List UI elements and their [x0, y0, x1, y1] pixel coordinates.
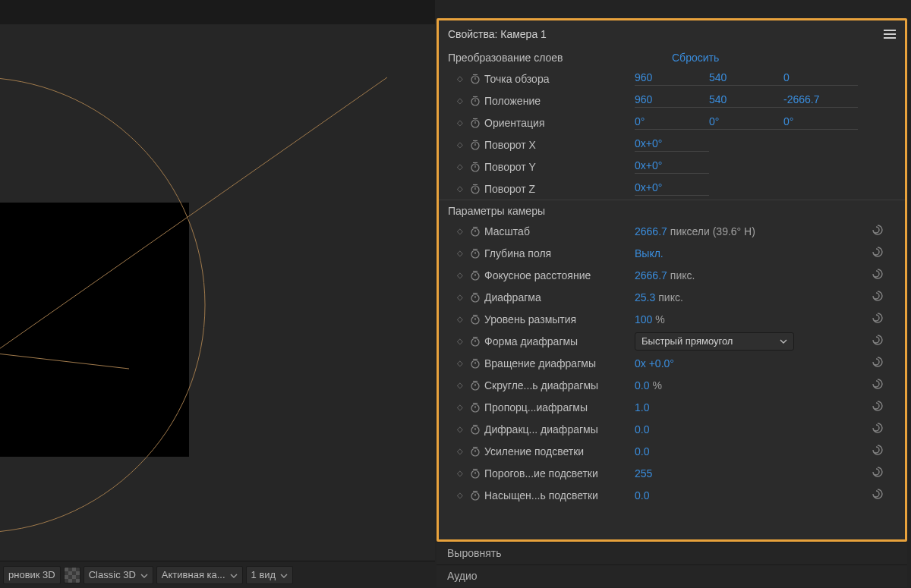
value-field[interactable]: 0° — [709, 115, 783, 130]
stopwatch-icon[interactable] — [466, 314, 484, 325]
transparency-grid-toggle[interactable] — [64, 567, 80, 583]
value-field[interactable]: 540 — [709, 93, 783, 108]
expression-swirl-icon[interactable] — [872, 356, 884, 370]
value-field[interactable]: 100 — [635, 313, 652, 325]
keyframe-diamond-icon[interactable]: ◇ — [454, 118, 466, 127]
value-field[interactable]: 0.0 — [635, 423, 649, 435]
keyframe-diamond-icon[interactable]: ◇ — [454, 337, 466, 345]
value-field[interactable]: 960 — [635, 71, 709, 86]
expression-swirl-icon[interactable] — [872, 334, 884, 348]
property-label: Глубина поля — [484, 247, 635, 259]
iris-shape-dropdown[interactable]: Быстрый прямоугол — [635, 332, 794, 351]
value-field[interactable]: 0x+0° — [635, 159, 709, 174]
properties-panel-zone: Свойства: Камера 1 Преобразование слоев … — [435, 0, 911, 588]
stopwatch-icon[interactable] — [466, 118, 484, 128]
stopwatch-icon[interactable] — [466, 358, 484, 369]
stopwatch-icon[interactable] — [466, 424, 484, 435]
keyframe-diamond-icon[interactable]: ◇ — [454, 403, 466, 411]
keyframe-diamond-icon[interactable]: ◇ — [454, 469, 466, 477]
keyframe-diamond-icon[interactable]: ◇ — [454, 249, 466, 257]
value-field[interactable]: 0.0 — [635, 379, 649, 391]
renderer-dropdown[interactable]: Classic 3D — [84, 566, 153, 584]
keyframe-diamond-icon[interactable]: ◇ — [454, 293, 466, 301]
dropdown-value: Быстрый прямоугол — [641, 335, 733, 347]
value-field[interactable]: 1.0 — [635, 401, 649, 413]
value-field[interactable]: 2666.7 — [635, 225, 667, 237]
value-field[interactable]: 0x +0.0° — [635, 357, 674, 369]
stopwatch-icon[interactable] — [466, 446, 484, 457]
stopwatch-icon[interactable] — [466, 292, 484, 303]
stopwatch-icon[interactable] — [466, 184, 484, 194]
value-field[interactable]: 0.0 — [635, 489, 649, 502]
stopwatch-icon[interactable] — [466, 248, 484, 259]
keyframe-diamond-icon[interactable]: ◇ — [454, 381, 466, 389]
stopwatch-icon[interactable] — [466, 140, 484, 150]
stopwatch-icon[interactable] — [466, 226, 484, 237]
active-camera-dropdown[interactable]: Активная ка... — [156, 566, 243, 584]
panel-menu-icon[interactable] — [884, 30, 896, 39]
expression-swirl-icon[interactable] — [872, 290, 884, 304]
reset-button[interactable]: Сбросить — [672, 52, 896, 64]
keyframe-diamond-icon[interactable]: ◇ — [454, 96, 466, 105]
viewport-canvas[interactable] — [0, 24, 435, 555]
value-field[interactable]: 0 — [783, 71, 858, 86]
value-field[interactable]: 255 — [635, 467, 652, 480]
stopwatch-icon[interactable] — [466, 380, 484, 391]
stopwatch-icon[interactable] — [466, 468, 484, 479]
value-field[interactable]: 960 — [635, 93, 709, 108]
expression-swirl-icon[interactable] — [872, 312, 884, 326]
expression-swirl-icon[interactable] — [872, 400, 884, 414]
expression-swirl-icon[interactable] — [872, 224, 884, 238]
stopwatch-icon[interactable] — [466, 402, 484, 413]
align-panel-tab[interactable]: Выровнять — [437, 542, 907, 564]
value-field[interactable]: 0° — [783, 115, 858, 130]
property-label: Поворот Y — [484, 161, 635, 173]
keyframe-diamond-icon[interactable]: ◇ — [454, 491, 466, 499]
views-dropdown[interactable]: 1 вид — [246, 566, 294, 584]
expression-swirl-icon[interactable] — [872, 444, 884, 458]
property-label: Диафрагма — [484, 291, 635, 303]
keyframe-diamond-icon[interactable]: ◇ — [454, 425, 466, 433]
keyframe-diamond-icon[interactable]: ◇ — [454, 315, 466, 323]
value-field[interactable]: 0x+0° — [635, 137, 709, 152]
expression-swirl-icon[interactable] — [872, 268, 884, 282]
camera-section-title: Параметры камеры — [439, 200, 905, 220]
value-field[interactable]: -2666.7 — [783, 93, 858, 108]
keyframe-diamond-icon[interactable]: ◇ — [454, 140, 466, 149]
camera-option-row: ◇Скругле...ь диафрагмы0.0% — [439, 374, 905, 396]
stopwatch-icon[interactable] — [466, 336, 484, 347]
keyframe-diamond-icon[interactable]: ◇ — [454, 184, 466, 193]
stopwatch-icon[interactable] — [466, 270, 484, 281]
property-label: Вращение диафрагмы — [484, 357, 635, 369]
stopwatch-icon[interactable] — [466, 96, 484, 106]
keyframe-diamond-icon[interactable]: ◇ — [454, 359, 466, 367]
audio-panel-tab[interactable]: Аудио — [437, 564, 907, 587]
expression-swirl-icon[interactable] — [872, 466, 884, 480]
value-field[interactable]: 0° — [635, 115, 709, 130]
panel-title: Свойства: Камера 1 — [448, 28, 547, 40]
keyframe-diamond-icon[interactable]: ◇ — [454, 162, 466, 171]
stopwatch-icon[interactable] — [466, 490, 484, 501]
value-field[interactable]: 0.0 — [635, 445, 649, 458]
transform-section-header: Преобразование слоев Сбросить — [439, 48, 905, 68]
expression-swirl-icon[interactable] — [872, 246, 884, 260]
value-field[interactable]: 0x+0° — [635, 181, 709, 196]
property-label: Усиление подсветки — [484, 445, 635, 458]
keyframe-diamond-icon[interactable]: ◇ — [454, 74, 466, 83]
value-field[interactable]: 25.3 — [635, 291, 655, 303]
stopwatch-icon[interactable] — [466, 74, 484, 84]
value-field[interactable]: 2666.7 — [635, 269, 667, 281]
keyframe-diamond-icon[interactable]: ◇ — [454, 447, 466, 455]
property-label: Положение — [484, 95, 635, 107]
camera-option-row: ◇Пропорц...иафрагмы1.0 — [439, 396, 905, 418]
keyframe-diamond-icon[interactable]: ◇ — [454, 227, 466, 235]
keyframe-diamond-icon[interactable]: ◇ — [454, 271, 466, 279]
expression-swirl-icon[interactable] — [872, 378, 884, 392]
expression-swirl-icon[interactable] — [872, 488, 884, 502]
expression-swirl-icon[interactable] — [872, 422, 884, 436]
value-field[interactable]: 540 — [709, 71, 783, 86]
value-field[interactable]: Выкл. — [635, 247, 664, 259]
stopwatch-icon[interactable] — [466, 162, 484, 172]
draft3d-toggle[interactable]: рновик 3D — [3, 566, 61, 584]
camera-wireframe — [0, 24, 435, 555]
